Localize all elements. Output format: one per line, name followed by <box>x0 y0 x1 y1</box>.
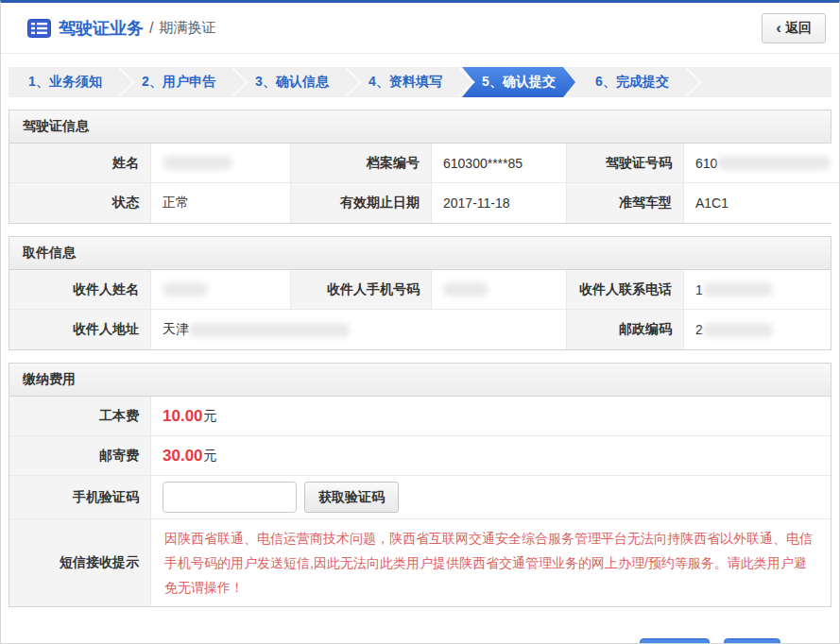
redacted-value <box>703 282 773 297</box>
fee-unit: 元 <box>204 408 217 425</box>
breadcrumb-separator: / <box>149 20 153 37</box>
field-value-valid-until: 2017-11-18 <box>432 183 567 223</box>
field-label-production-fee: 工本费 <box>9 397 151 436</box>
step-label: 2、用户申告 <box>142 74 215 91</box>
field-label-recipient-mobile: 收件人手机号码 <box>291 270 432 310</box>
header: 驾驶证业务 / 期满换证 ‹ 返回 <box>1 3 839 54</box>
back-button-label: 返回 <box>785 20 812 37</box>
section-pickup-info: 取件信息 收件人姓名 收件人手机号码 收件人联系电话 1 收件人地址 天津 邮政… <box>9 236 831 350</box>
page-title: 驾驶证业务 <box>59 17 144 40</box>
field-value-license-no: 610 〈 <box>684 144 840 183</box>
back-button[interactable]: ‹ 返回 <box>762 13 826 43</box>
field-value-postage-fee: 30.00 元 <box>151 436 831 476</box>
field-value-status: 正常 <box>151 183 291 223</box>
step-label: 3、确认信息 <box>255 74 329 91</box>
fee-unit: 元 <box>204 448 217 465</box>
field-label-name: 姓名 <box>9 144 151 183</box>
postage-fee-amount: 30.00 <box>163 447 203 466</box>
license-info-table: 姓名 档案编号 610300****85 驾驶证号码 610 〈 状态 正常 有… <box>9 144 831 223</box>
address-prefix: 天津 <box>163 321 189 338</box>
field-label-file-no: 档案编号 <box>291 144 432 183</box>
field-value-vehicle-class: A1C1 <box>684 183 840 223</box>
section-title: 驾驶证信息 <box>9 110 831 144</box>
step-label: 4、资料填写 <box>369 74 442 91</box>
field-label-sms-notice: 短信接收提示 <box>9 519 151 606</box>
redacted-value <box>717 156 831 170</box>
field-value-recipient-address: 天津 <box>151 310 567 349</box>
production-fee-amount: 10.00 <box>163 407 203 426</box>
redacted-value <box>163 282 208 297</box>
breadcrumb-current: 期满换证 <box>159 19 215 37</box>
sms-notice-text: 因陕西省联通、电信运营商技术问题，陕西省互联网交通安全综合服务管理平台无法向持陕… <box>164 531 813 595</box>
footer-actions: 上一步 完成 <box>1 638 780 644</box>
section-payment: 缴纳费用 工本费 10.00 元 邮寄费 30.00 元 手机验证码 获取验证码… <box>9 363 831 607</box>
sms-code-row: 获取验证码 <box>151 476 831 519</box>
payment-table: 工本费 10.00 元 邮寄费 30.00 元 手机验证码 获取验证码 短信接收… <box>9 397 831 606</box>
field-label-recipient-address: 收件人地址 <box>9 310 151 349</box>
sms-code-input[interactable] <box>163 482 297 513</box>
step-6-finish-submit: 6、完成提交 <box>575 67 689 97</box>
field-label-recipient-phone: 收件人联系电话 <box>567 270 684 310</box>
get-sms-code-button[interactable]: 获取验证码 <box>304 482 399 513</box>
step-5-confirm-submit-active: 5、确认提交 <box>462 67 575 97</box>
field-label-recipient-name: 收件人姓名 <box>9 270 151 310</box>
field-label-license-no: 驾驶证号码 <box>567 144 684 183</box>
redacted-value <box>703 323 773 337</box>
step-2-user-declaration: 2、用户申告 <box>122 67 235 97</box>
step-1-business-notes: 1、业务须知 <box>9 67 122 97</box>
step-label: 5、确认提交 <box>482 74 556 91</box>
field-label-postal-code: 邮政编码 <box>567 310 684 349</box>
redacted-value <box>189 323 350 337</box>
step-4-fill-data: 4、资料填写 <box>349 67 462 97</box>
field-label-status: 状态 <box>9 183 151 223</box>
section-title: 取件信息 <box>9 237 831 270</box>
redacted-value <box>163 156 232 170</box>
step-wizard: 1、业务须知 2、用户申告 3、确认信息 4、资料填写 5、确认提交 6、完成提… <box>9 67 831 97</box>
section-title: 缴纳费用 <box>9 364 831 397</box>
sms-notice-cell: 因陕西省联通、电信运营商技术问题，陕西省互联网交通安全综合服务管理平台无法向持陕… <box>151 519 831 606</box>
license-no-prefix: 610 <box>695 156 717 171</box>
pickup-info-table: 收件人姓名 收件人手机号码 收件人联系电话 1 收件人地址 天津 邮政编码 2 <box>9 270 831 349</box>
field-value-recipient-name <box>151 270 291 310</box>
field-label-valid-until: 有效期止日期 <box>291 183 432 223</box>
field-value-postal-code: 2 <box>684 310 831 349</box>
field-value-recipient-phone: 1 <box>684 270 831 310</box>
field-label-postage-fee: 邮寄费 <box>9 436 151 476</box>
step-label: 6、完成提交 <box>595 74 669 91</box>
finish-button[interactable]: 完成 <box>724 638 780 644</box>
chevron-left-icon: ‹ <box>776 20 781 36</box>
field-value-name <box>151 144 291 183</box>
field-value-recipient-mobile <box>432 270 567 310</box>
redacted-value <box>443 282 489 297</box>
step-label: 1、业务须知 <box>28 74 102 91</box>
license-no-suffix: 〈 <box>832 155 840 172</box>
form-list-icon <box>27 19 51 38</box>
field-label-vehicle-class: 准驾车型 <box>567 183 684 223</box>
phone-prefix: 1 <box>695 282 703 297</box>
field-value-production-fee: 10.00 元 <box>151 397 831 436</box>
postal-prefix: 2 <box>695 322 703 337</box>
page: 驾驶证业务 / 期满换证 ‹ 返回 1、业务须知 2、用户申告 3、确认信息 4… <box>0 0 840 644</box>
step-3-confirm-info: 3、确认信息 <box>235 67 349 97</box>
field-value-file-no: 610300****85 <box>432 144 567 183</box>
previous-step-button[interactable]: 上一步 <box>640 638 710 644</box>
section-license-info: 驾驶证信息 姓名 档案编号 610300****85 驾驶证号码 610 〈 状… <box>9 110 831 224</box>
field-label-sms-code: 手机验证码 <box>9 476 151 519</box>
